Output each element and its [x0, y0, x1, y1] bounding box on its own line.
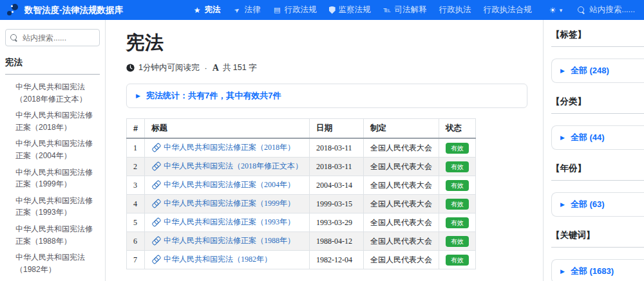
- law-title-link[interactable]: 中华人民共和国宪法修正案（1988年）: [151, 235, 295, 246]
- stats-collapsible[interactable]: ▶ 宪法统计：共有7件，其中有效共7件: [126, 84, 527, 108]
- status-badge: 有效: [446, 255, 469, 266]
- law-title-link[interactable]: 中华人民共和国宪法修正案（2004年）: [151, 179, 295, 190]
- search-icon: [10, 34, 18, 42]
- filter-all-box[interactable]: ▶ 全部 (63): [551, 192, 644, 217]
- filter-all-box[interactable]: ▶ 全部 (248): [551, 59, 644, 83]
- nav-item-label: 宪法: [205, 5, 221, 15]
- filter-section: 【年份】 ▶ 全部 (63): [551, 163, 644, 217]
- status-badge: 有效: [446, 180, 469, 191]
- law-title: 中华人民共和国宪法修正案（2018年）: [164, 142, 295, 153]
- nav-shield-icon: [329, 6, 336, 14]
- filter-section-title: 【分类】: [551, 96, 644, 114]
- filter-section: 【关键词】 ▶ 全部 (1683): [551, 230, 644, 281]
- link-icon: [150, 179, 161, 190]
- filter-all-box[interactable]: ▶ 全部 (44): [551, 125, 644, 150]
- nav-item[interactable]: 行政执法合规: [484, 5, 532, 15]
- law-title: 中华人民共和国宪法修正案（2004年）: [164, 179, 295, 190]
- filter-all-link[interactable]: 全部 (1683): [571, 266, 614, 277]
- law-title-link[interactable]: 中华人民共和国宪法（2018年修正文本）: [151, 161, 303, 172]
- triangle-right-icon: ▶: [560, 269, 565, 275]
- list-item: 中华人民共和国宪法修正案（1993年）: [15, 195, 100, 219]
- law-date: 2018-03-11: [310, 158, 364, 176]
- list-item: 中华人民共和国宪法修正案（1999年）: [15, 167, 100, 190]
- sidebar-doc-link[interactable]: 中华人民共和国宪法修正案（1993年）: [15, 195, 100, 219]
- row-number: 7: [127, 251, 145, 269]
- app-logo-icon: [5, 3, 19, 18]
- word-count-icon: A: [213, 63, 219, 73]
- law-date: 1988-04-12: [310, 232, 364, 251]
- filter-section-title: 【关键词】: [551, 230, 644, 248]
- law-maker: 全国人民代表大会: [364, 195, 439, 213]
- list-item: 中华人民共和国宪法修正案（2004年）: [15, 138, 100, 161]
- law-maker: 全国人民代表大会: [364, 251, 439, 269]
- status-badge: 有效: [446, 217, 469, 228]
- nav-item[interactable]: 行政法规: [273, 5, 317, 15]
- law-maker: 全国人民代表大会: [364, 158, 439, 176]
- brand[interactable]: 数智法度-法律法规数据库: [5, 3, 123, 18]
- search-icon: [578, 6, 585, 14]
- brand-title: 数智法度-法律法规数据库: [24, 5, 123, 16]
- word-count: 共 151 字: [223, 62, 257, 73]
- stats-summary: 宪法统计：共有7件，其中有效共7件: [146, 90, 281, 102]
- sidebar-doc-list: 中华人民共和国宪法（2018年修正文本） 中华人民共和国宪法修正案（2018年）…: [5, 81, 100, 275]
- nav-item-label: 监察法规: [339, 5, 371, 15]
- nav-item[interactable]: 行政执法: [439, 5, 471, 15]
- law-title-link[interactable]: 中华人民共和国宪法修正案（2018年）: [151, 142, 295, 153]
- law-title-link[interactable]: 中华人民共和国宪法修正案（1993年）: [151, 217, 295, 228]
- law-title-link[interactable]: 中华人民共和国宪法修正案（1999年）: [151, 198, 295, 209]
- list-item: 中华人民共和国宪法（1982年）: [15, 251, 100, 275]
- law-maker: 全国人民代表大会: [364, 232, 439, 251]
- law-maker: 全国人民代表大会: [364, 213, 439, 232]
- row-number: 5: [127, 213, 145, 232]
- nav-item[interactable]: 监察法规: [329, 5, 371, 15]
- read-time: 1分钟内可阅读完: [138, 62, 199, 73]
- navbar-search[interactable]: 站内搜索......: [578, 5, 635, 15]
- list-item: 中华人民共和国宪法修正案（2018年）: [15, 109, 100, 133]
- clock-icon: [126, 64, 135, 72]
- nav-item-label: 司法解释: [395, 5, 427, 15]
- table-row: 1 中华人民共和国宪法修正案（2018年） 2018-03-11 全国人民代表大…: [127, 138, 476, 158]
- filter-all-box[interactable]: ▶ 全部 (1683): [551, 259, 644, 281]
- row-number: 2: [127, 158, 145, 176]
- sidebar-doc-link[interactable]: 中华人民共和国宪法修正案（2004年）: [15, 138, 100, 161]
- law-title: 中华人民共和国宪法修正案（1999年）: [164, 198, 295, 209]
- main-nav: 宪法 法律 行政法规 监察法规: [193, 5, 532, 15]
- sidebar-search: [5, 29, 100, 46]
- theme-toggle[interactable]: ▾: [549, 6, 563, 14]
- sidebar-search-input[interactable]: [5, 29, 100, 46]
- filter-all-link[interactable]: 全部 (63): [571, 199, 605, 210]
- link-icon: [150, 235, 161, 246]
- main-content: 宪法 1分钟内可阅读完 · A 共 151 字 ▶ 宪法统计：共有7件，其中有效…: [106, 20, 543, 281]
- filter-all-link[interactable]: 全部 (248): [571, 65, 609, 77]
- filter-section-title: 【年份】: [551, 163, 644, 181]
- filter-section-title: 【标签】: [551, 29, 644, 47]
- sidebar-section-title: 宪法: [5, 57, 100, 75]
- table-row: 5 中华人民共和国宪法修正案（1993年） 1993-03-29 全国人民代表大…: [127, 213, 476, 232]
- sidebar-doc-link[interactable]: 中华人民共和国宪法（2018年修正文本）: [15, 81, 100, 105]
- chevron-down-icon: ▾: [560, 7, 563, 14]
- law-title-link[interactable]: 中华人民共和国宪法（1982年）: [151, 254, 272, 265]
- sidebar-doc-link[interactable]: 中华人民共和国宪法修正案（2018年）: [15, 109, 100, 133]
- law-date: 1982-12-04: [310, 251, 364, 269]
- law-table: # 标题 日期 制定 状态 1: [126, 118, 476, 269]
- filter-section: 【标签】 ▶ 全部 (248): [551, 29, 644, 83]
- sidebar-doc-link[interactable]: 中华人民共和国宪法修正案（1999年）: [15, 167, 100, 190]
- navbar-search-placeholder: 站内搜索......: [589, 5, 635, 15]
- status-badge: 有效: [446, 161, 469, 172]
- filter-all-link[interactable]: 全部 (44): [571, 132, 605, 143]
- right-sidebar: 【标签】 ▶ 全部 (248) 【分类】 ▶ 全部 (44) 【年份】: [543, 20, 644, 281]
- nav-item-label: 法律: [245, 5, 261, 15]
- law-title: 中华人民共和国宪法修正案（1988年）: [164, 235, 295, 246]
- table-row: 7 中华人民共和国宪法（1982年） 1982-12-04 全国人民代表大会 有: [127, 251, 476, 269]
- link-icon: [150, 161, 161, 172]
- table-row: 6 中华人民共和国宪法修正案（1988年） 1988-04-12 全国人民代表大…: [127, 232, 476, 251]
- sidebar-doc-link[interactable]: 中华人民共和国宪法（1982年）: [15, 251, 100, 275]
- link-icon: [150, 254, 161, 265]
- sidebar-doc-link[interactable]: 中华人民共和国宪法修正案（1988年）: [15, 223, 100, 247]
- nav-controls: ▾ 站内搜索......: [549, 5, 635, 15]
- nav-item[interactable]: 法律: [233, 5, 261, 15]
- nav-item[interactable]: 宪法: [193, 5, 221, 15]
- row-number: 4: [127, 195, 145, 213]
- nav-item[interactable]: 司法解释: [383, 5, 427, 15]
- status-badge: 有效: [446, 143, 469, 154]
